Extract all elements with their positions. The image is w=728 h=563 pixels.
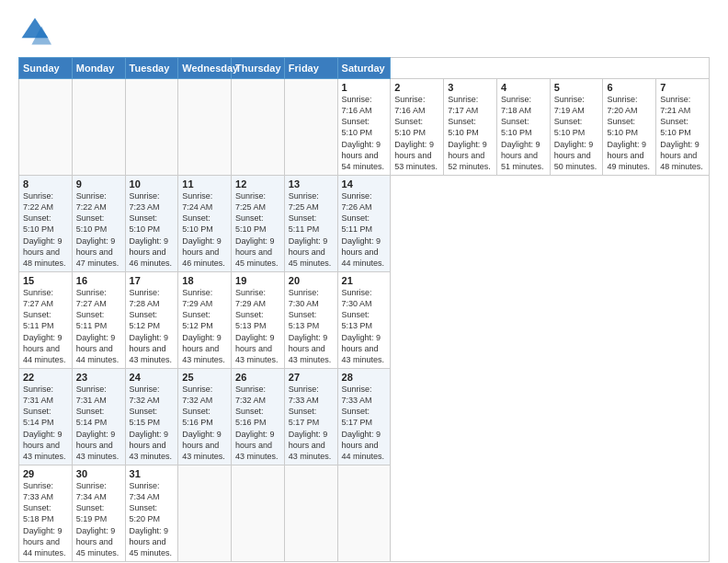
calendar-header-saturday: Saturday [337,58,391,79]
day-number: 15 [23,275,68,286]
calendar-cell: 23Sunrise: 7:31 AMSunset: 5:14 PMDayligh… [72,368,125,465]
calendar-week-2: 15Sunrise: 7:27 AMSunset: 5:11 PMDayligh… [19,271,710,368]
calendar-cell: 30Sunrise: 7:34 AMSunset: 5:19 PMDayligh… [72,465,125,561]
day-number: 5 [554,82,599,93]
day-info: Sunrise: 7:26 AMSunset: 5:11 PMDaylight:… [342,190,387,269]
day-number: 13 [289,178,334,190]
day-info: Sunrise: 7:33 AMSunset: 5:18 PMDaylight:… [23,480,68,558]
calendar-cell [72,79,125,176]
day-info: Sunrise: 7:16 AMSunset: 5:10 PMDaylight:… [342,94,387,172]
calendar-cell [125,79,178,176]
day-info: Sunrise: 7:30 AMSunset: 5:13 PMDaylight:… [342,287,387,365]
day-info: Sunrise: 7:22 AMSunset: 5:10 PMDaylight:… [23,190,68,269]
day-number: 1 [342,82,387,93]
calendar-cell: 1Sunrise: 7:16 AMSunset: 5:10 PMDaylight… [337,79,391,176]
day-number: 19 [235,275,280,286]
day-info: Sunrise: 7:32 AMSunset: 5:16 PMDaylight:… [182,384,227,462]
day-info: Sunrise: 7:25 AMSunset: 5:10 PMDaylight:… [235,190,280,269]
calendar-cell [337,465,391,561]
calendar-cell: 10Sunrise: 7:23 AMSunset: 5:10 PMDayligh… [125,175,178,271]
calendar-cell [232,79,285,176]
day-info: Sunrise: 7:34 AMSunset: 5:20 PMDaylight:… [130,480,175,558]
calendar-cell [178,79,232,176]
calendar-cell: 25Sunrise: 7:32 AMSunset: 5:16 PMDayligh… [178,368,232,465]
day-number: 30 [76,468,121,479]
calendar-cell: 20Sunrise: 7:30 AMSunset: 5:13 PMDayligh… [284,271,337,368]
calendar-cell: 16Sunrise: 7:27 AMSunset: 5:11 PMDayligh… [72,271,125,368]
day-number: 23 [76,372,121,383]
calendar-cell: 31Sunrise: 7:34 AMSunset: 5:20 PMDayligh… [125,465,178,561]
calendar-week-4: 29Sunrise: 7:33 AMSunset: 5:18 PMDayligh… [19,465,710,561]
day-info: Sunrise: 7:32 AMSunset: 5:15 PMDaylight:… [130,384,175,462]
calendar-cell: 12Sunrise: 7:25 AMSunset: 5:10 PMDayligh… [232,175,285,271]
day-number: 27 [289,372,334,383]
calendar-cell: 8Sunrise: 7:22 AMSunset: 5:10 PMDaylight… [19,175,73,271]
day-number: 24 [130,372,175,383]
day-info: Sunrise: 7:34 AMSunset: 5:19 PMDaylight:… [76,480,121,558]
calendar-cell: 9Sunrise: 7:22 AMSunset: 5:10 PMDaylight… [72,175,125,271]
day-number: 4 [501,82,546,93]
day-number: 17 [130,275,175,286]
day-number: 25 [182,372,227,383]
calendar-cell: 27Sunrise: 7:33 AMSunset: 5:17 PMDayligh… [284,368,337,465]
calendar-cell: 11Sunrise: 7:24 AMSunset: 5:10 PMDayligh… [178,175,232,271]
calendar-header-thursday: Thursday [232,58,285,79]
calendar-cell: 14Sunrise: 7:26 AMSunset: 5:11 PMDayligh… [337,175,391,271]
calendar-header-wednesday: Wednesday [178,58,232,79]
calendar-week-3: 22Sunrise: 7:31 AMSunset: 5:14 PMDayligh… [19,368,710,465]
day-info: Sunrise: 7:20 AMSunset: 5:10 PMDaylight:… [607,94,652,172]
calendar-cell: 29Sunrise: 7:33 AMSunset: 5:18 PMDayligh… [19,465,73,561]
calendar-cell [178,465,232,561]
calendar-cell [284,465,337,561]
calendar-header-row: SundayMondayTuesdayWednesdayThursdayFrid… [19,58,710,79]
day-info: Sunrise: 7:21 AMSunset: 5:10 PMDaylight:… [660,94,705,172]
calendar-header-sunday: Sunday [19,58,73,79]
calendar-table: SundayMondayTuesdayWednesdayThursdayFrid… [18,57,710,562]
day-number: 9 [76,178,121,190]
day-info: Sunrise: 7:29 AMSunset: 5:13 PMDaylight:… [235,287,280,365]
day-number: 21 [342,275,387,286]
calendar-cell [284,79,337,176]
day-info: Sunrise: 7:19 AMSunset: 5:10 PMDaylight:… [554,94,599,172]
day-number: 11 [182,178,227,190]
calendar-header-friday: Friday [284,58,337,79]
day-number: 16 [76,275,121,286]
day-number: 26 [235,372,280,383]
calendar-cell: 28Sunrise: 7:33 AMSunset: 5:17 PMDayligh… [337,368,391,465]
calendar-cell [232,465,285,561]
calendar-cell: 21Sunrise: 7:30 AMSunset: 5:13 PMDayligh… [337,271,391,368]
calendar-cell: 26Sunrise: 7:32 AMSunset: 5:16 PMDayligh… [232,368,285,465]
day-info: Sunrise: 7:30 AMSunset: 5:13 PMDaylight:… [289,287,334,365]
day-number: 10 [130,178,175,190]
calendar-cell: 5Sunrise: 7:19 AMSunset: 5:10 PMDaylight… [550,79,603,176]
calendar-cell: 15Sunrise: 7:27 AMSunset: 5:11 PMDayligh… [19,271,73,368]
calendar-cell: 3Sunrise: 7:17 AMSunset: 5:10 PMDaylight… [444,79,497,176]
day-info: Sunrise: 7:17 AMSunset: 5:10 PMDaylight:… [448,94,493,172]
calendar-cell: 24Sunrise: 7:32 AMSunset: 5:15 PMDayligh… [125,368,178,465]
day-number: 12 [235,178,280,190]
day-number: 22 [23,372,68,383]
day-info: Sunrise: 7:23 AMSunset: 5:10 PMDaylight:… [130,190,175,269]
day-number: 18 [182,275,227,286]
calendar-cell: 2Sunrise: 7:16 AMSunset: 5:10 PMDaylight… [391,79,444,176]
day-info: Sunrise: 7:31 AMSunset: 5:14 PMDaylight:… [23,384,68,462]
day-number: 28 [342,372,387,383]
calendar-week-0: 1Sunrise: 7:16 AMSunset: 5:10 PMDaylight… [19,79,710,176]
calendar-week-1: 8Sunrise: 7:22 AMSunset: 5:10 PMDaylight… [19,175,710,271]
day-info: Sunrise: 7:24 AMSunset: 5:10 PMDaylight:… [182,190,227,269]
day-number: 3 [448,82,493,93]
calendar-cell: 17Sunrise: 7:28 AMSunset: 5:12 PMDayligh… [125,271,178,368]
calendar-cell: 22Sunrise: 7:31 AMSunset: 5:14 PMDayligh… [19,368,73,465]
header [18,15,710,48]
logo-icon [18,15,51,48]
day-info: Sunrise: 7:33 AMSunset: 5:17 PMDaylight:… [289,384,334,462]
day-number: 2 [394,82,439,93]
day-info: Sunrise: 7:32 AMSunset: 5:16 PMDaylight:… [235,384,280,462]
day-number: 8 [23,178,68,190]
day-info: Sunrise: 7:18 AMSunset: 5:10 PMDaylight:… [501,94,546,172]
day-number: 29 [23,468,68,479]
day-number: 20 [289,275,334,286]
page: SundayMondayTuesdayWednesdayThursdayFrid… [0,0,728,563]
day-info: Sunrise: 7:25 AMSunset: 5:11 PMDaylight:… [289,190,334,269]
day-info: Sunrise: 7:27 AMSunset: 5:11 PMDaylight:… [23,287,68,365]
